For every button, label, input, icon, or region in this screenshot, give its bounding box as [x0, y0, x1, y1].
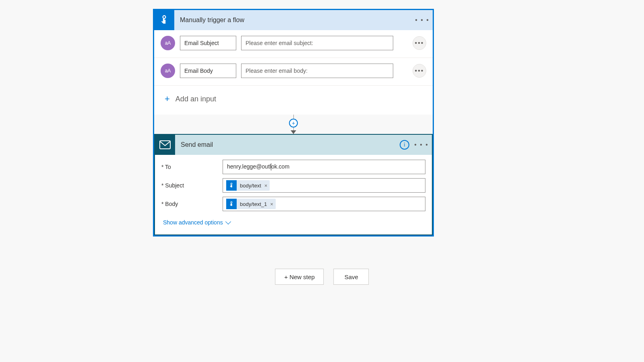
input-name-field[interactable]: Email Subject: [180, 36, 236, 50]
field-row-to: * To henry.legge@outlok.com: [161, 160, 425, 174]
more-icon: • • •: [415, 16, 429, 24]
more-icon: •••: [415, 39, 424, 47]
input-name-field[interactable]: Email Body: [180, 64, 236, 78]
dynamic-content-token[interactable]: body/text_1 ×: [226, 199, 276, 209]
manual-trigger-icon: [154, 10, 174, 30]
advanced-options-label: Show advanced options: [163, 219, 223, 226]
more-icon: •••: [415, 67, 424, 74]
send-email-icon: [155, 135, 175, 155]
action-menu-button[interactable]: • • •: [413, 137, 429, 153]
plus-icon: +: [165, 94, 170, 104]
field-label: * Subject: [161, 178, 223, 193]
input-prompt-value: Please enter email body:: [246, 68, 308, 74]
trigger-input-row: aA Email Body Please enter email body: •…: [154, 58, 433, 85]
add-input-label: Add an input: [175, 95, 216, 103]
action-body: * To henry.legge@outlok.com * Subject: [155, 155, 432, 234]
text-type-icon: aA: [161, 36, 175, 50]
input-row-menu-button[interactable]: •••: [413, 64, 426, 78]
input-prompt-field[interactable]: Please enter email body:: [241, 64, 393, 78]
trigger-header[interactable]: Manually trigger a flow • • •: [154, 10, 433, 30]
trigger-title: Manually trigger a flow: [174, 16, 414, 24]
info-button[interactable]: i: [400, 140, 409, 150]
save-button[interactable]: Save: [334, 269, 369, 285]
svg-point-0: [163, 16, 166, 19]
action-card: Send email i • • • * To henry.legge@outl…: [154, 134, 433, 235]
token-label: body/text: [240, 183, 261, 189]
token-remove-button[interactable]: ×: [264, 183, 268, 189]
trigger-body: aA Email Subject Please enter email subj…: [154, 30, 433, 115]
bottom-button-bar: + New step Save: [275, 269, 369, 285]
body-input[interactable]: body/text_1 ×: [223, 197, 425, 211]
add-input-button[interactable]: + Add an input: [154, 85, 433, 115]
arrow-down-icon: [291, 130, 296, 134]
field-row-body: * Body body/text_1 ×: [161, 197, 425, 211]
connector: +: [154, 115, 433, 134]
input-prompt-field[interactable]: Please enter email subject:: [241, 36, 393, 50]
field-label: * To: [161, 160, 223, 174]
subject-input[interactable]: body/text ×: [223, 178, 425, 193]
input-name-value: Email Subject: [184, 40, 219, 46]
trigger-input-row: aA Email Subject Please enter email subj…: [154, 30, 433, 58]
show-advanced-options-button[interactable]: Show advanced options: [161, 215, 425, 232]
token-label: body/text_1: [240, 201, 267, 207]
input-prompt-value: Please enter email subject:: [246, 40, 313, 46]
more-icon: • • •: [414, 141, 429, 148]
add-step-between-button[interactable]: +: [289, 119, 298, 128]
trigger-menu-button[interactable]: • • •: [414, 12, 430, 28]
trigger-card: Manually trigger a flow • • • aA Email S…: [154, 10, 433, 115]
flow-designer-frame: Manually trigger a flow • • • aA Email S…: [153, 9, 434, 237]
input-name-value: Email Body: [184, 68, 213, 74]
new-step-button[interactable]: + New step: [275, 269, 324, 285]
save-label: Save: [345, 274, 358, 280]
to-value: henry.legge@outlok.com: [226, 162, 290, 172]
action-title: Send email: [175, 141, 400, 148]
manual-trigger-icon: [226, 199, 237, 209]
svg-point-3: [231, 202, 232, 203]
to-input[interactable]: henry.legge@outlok.com: [223, 160, 425, 174]
text-type-icon: aA: [161, 64, 175, 78]
field-label: * Body: [161, 197, 223, 211]
input-row-menu-button[interactable]: •••: [413, 36, 426, 50]
field-row-subject: * Subject body/text ×: [161, 178, 425, 193]
chevron-down-icon: [225, 219, 231, 224]
new-step-label: + New step: [284, 274, 314, 280]
svg-rect-1: [160, 141, 170, 149]
svg-point-2: [231, 183, 232, 185]
dynamic-content-token[interactable]: body/text ×: [226, 180, 270, 191]
manual-trigger-icon: [226, 180, 237, 191]
action-header[interactable]: Send email i • • •: [155, 135, 432, 155]
token-remove-button[interactable]: ×: [270, 201, 273, 207]
